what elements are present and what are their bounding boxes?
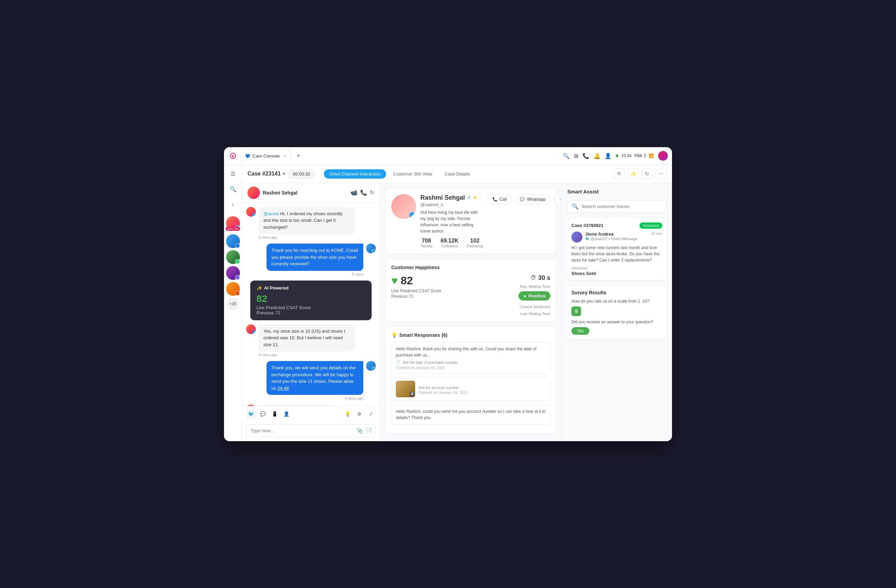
msg-text: @acme Hi, I ordered my shoes recently an… bbox=[259, 207, 355, 234]
msg-bubble-out: Thank you for reaching out to ACME. Coul… bbox=[267, 243, 363, 277]
wait-time-value: 30 s bbox=[538, 274, 550, 281]
channel-twitter[interactable]: 🐦 bbox=[246, 409, 256, 419]
main-content-area: Case #23141 ▾ 00:05:32 Omni-Channel Inte… bbox=[242, 165, 672, 441]
tab-omni-channel[interactable]: Omni-Channel Interaction bbox=[324, 169, 386, 179]
call-button[interactable]: 📞 Call bbox=[487, 194, 512, 205]
ai-popup-title: ✨ AI Powered bbox=[256, 286, 366, 290]
wifi-icon: 📶 bbox=[649, 153, 654, 158]
sidebar-search-icon[interactable]: 🔍 bbox=[227, 183, 239, 196]
refresh-chat-icon[interactable]: ↻ bbox=[370, 189, 374, 196]
last-wait-label: Last Waiting Time bbox=[520, 311, 550, 316]
channel-tabs: 🐦 💬 📱 👤 💡 ⚙ ⤢ bbox=[242, 406, 380, 421]
profile-handle: @rashmi_s bbox=[421, 202, 483, 207]
right-panel: Smart Assist 🔍 Case #3784921 Resolved bbox=[561, 183, 672, 441]
active-chat-avatar[interactable]: 10m 32s bbox=[226, 216, 240, 230]
action-more-icon[interactable]: ⋯ bbox=[655, 168, 666, 179]
tweets-count: 708 bbox=[421, 238, 433, 244]
browser-search-icon[interactable]: 🔍 bbox=[563, 153, 570, 159]
user-avatar[interactable] bbox=[658, 151, 668, 161]
whatsapp-button[interactable]: 💬 Whatsapp bbox=[515, 194, 551, 205]
response-date-1: Created on January 18, 2021 bbox=[396, 366, 546, 370]
voice-call-icon[interactable]: 📞 bbox=[360, 189, 367, 196]
email-button[interactable]: ✉️ Email bbox=[554, 194, 561, 205]
browser-chrome: 💙 Care Console ✕ + 🔍 ⊞ 📞 🔔 👤 15:34 PBK 3… bbox=[224, 147, 672, 165]
case-timer: 00:05:32 bbox=[289, 170, 314, 178]
message-row: Thank you for reaching out to ACME. Coul… bbox=[246, 243, 376, 277]
response-item-2[interactable]: 🖼 Ask for account number Created on Janu… bbox=[391, 377, 550, 401]
profile-card: 🐦 Rashmi Sehgal ✓ ★ @rashmi_s Out here l… bbox=[386, 188, 556, 254]
channel-facebook[interactable]: 👤 bbox=[281, 409, 291, 419]
happiness-previous: Previous 72 bbox=[391, 294, 513, 299]
clock-icon: ⏱ bbox=[530, 275, 536, 281]
tab-close-button[interactable]: ✕ bbox=[283, 154, 286, 158]
tweets-stat: 708 Tweets bbox=[421, 238, 433, 248]
profile-actions: 📞 Call 💬 Whatsapp ✉️ Email bbox=[487, 194, 561, 205]
browser-right-controls: 🔍 ⊞ 📞 🔔 👤 15:34 PBK 3 📶 bbox=[563, 151, 668, 161]
channel-whatsapp[interactable]: 📱 bbox=[270, 409, 279, 419]
chat-agent-name: Rashmi Sehgal bbox=[263, 190, 297, 196]
conv-avatar-3[interactable] bbox=[226, 266, 240, 280]
happiness-left: ♥ 82 Live Predicted CSAT Score Previous … bbox=[391, 274, 513, 316]
sentiment-dot-icon: ● bbox=[523, 293, 526, 298]
conv-avatar-2[interactable] bbox=[226, 250, 240, 264]
conv-avatar-1[interactable] bbox=[226, 234, 240, 248]
case-tags: Hardware Shoes Sold bbox=[571, 266, 662, 276]
happiness-score: ♥ 82 bbox=[391, 274, 513, 287]
chat-tool-2[interactable]: ⚙ bbox=[354, 409, 364, 419]
smart-responses-card: 💡 Smart Responses (6) Hello Rashmi, than… bbox=[386, 327, 556, 434]
response-meta-2: Ask for account number bbox=[419, 386, 468, 390]
customer-happiness-card: Customer Happiness ♥ 82 Live Predicted C… bbox=[386, 259, 556, 321]
case-dropdown-icon[interactable]: ▾ bbox=[283, 171, 285, 176]
survey-title: Survey Results bbox=[571, 290, 662, 295]
response-meta-1: 📄 Ask for date of purchase number bbox=[396, 360, 546, 365]
happiness-title: Customer Happiness bbox=[391, 264, 550, 270]
survey-answer: Yes bbox=[571, 327, 590, 335]
browser-grid-icon[interactable]: ⊞ bbox=[574, 153, 578, 159]
smart-assist-search[interactable]: 🔍 bbox=[567, 200, 666, 213]
action-magic-icon[interactable]: ✨ bbox=[628, 168, 639, 179]
video-call-icon[interactable]: 📹 bbox=[350, 189, 357, 196]
template-icon[interactable]: 📄 bbox=[366, 427, 372, 434]
browser-phone-icon[interactable]: 📞 bbox=[582, 153, 590, 159]
chat-tool-3[interactable]: ⤢ bbox=[366, 409, 376, 419]
followers-stat: 69.12K Followers bbox=[441, 238, 459, 248]
conv-avatar-4[interactable] bbox=[226, 282, 240, 296]
tab-customer-360[interactable]: Customer 360 View bbox=[387, 169, 437, 179]
conv-2-channel-badge bbox=[235, 259, 240, 264]
mention: @acme bbox=[264, 211, 279, 216]
verified-icon: ✓ bbox=[467, 195, 471, 201]
browser-user-icon[interactable]: 👤 bbox=[605, 153, 611, 159]
tab-case-details[interactable]: Case Details bbox=[439, 169, 475, 179]
case-tag-label: Hardware bbox=[571, 266, 662, 270]
message-row: @acme Hi, I ordered my shoes recently an… bbox=[246, 207, 376, 240]
care-console-tab[interactable]: 💙 Care Console ✕ bbox=[241, 150, 291, 162]
action-export-icon[interactable]: ⇱ bbox=[614, 168, 625, 179]
msg-avatar bbox=[246, 324, 256, 334]
tweets-label: Tweets bbox=[421, 244, 433, 248]
browser-bell-icon[interactable]: 🔔 bbox=[594, 153, 600, 159]
search-input[interactable] bbox=[581, 204, 662, 209]
survey-score: 9 bbox=[571, 307, 581, 316]
case-time: 13 min bbox=[651, 231, 662, 236]
bulb-icon: 💡 bbox=[391, 332, 397, 338]
new-tab-button[interactable]: + bbox=[294, 151, 303, 161]
app-screen: 💙 Care Console ✕ + 🔍 ⊞ 📞 🔔 👤 15:34 PBK 3… bbox=[224, 147, 672, 441]
happiness-csat-label: Live Predicted CSAT Score bbox=[391, 289, 513, 293]
action-refresh-icon[interactable]: ↻ bbox=[642, 168, 653, 179]
following-stat: 102 Following bbox=[467, 238, 483, 248]
app-logo bbox=[228, 151, 238, 161]
channel-message[interactable]: 💬 bbox=[258, 409, 268, 419]
msg-channel-badge bbox=[252, 331, 256, 334]
msg-bubble-out: Thank you, we will send you details on t… bbox=[267, 361, 363, 400]
conversation-list: +20 bbox=[226, 234, 240, 310]
attach-icon[interactable]: 📎 bbox=[357, 427, 363, 434]
ai-sparkle-icon: ✨ bbox=[256, 286, 262, 290]
response-item-1[interactable]: Hello Rashmi, thank you for sharing this… bbox=[391, 342, 550, 374]
chat-tool-1[interactable]: 💡 bbox=[343, 409, 352, 419]
search-icon: 🔍 bbox=[572, 203, 579, 210]
sidebar-menu-icon[interactable]: ☰ bbox=[227, 168, 239, 180]
sidebar-chevron-icon[interactable]: › bbox=[227, 198, 239, 211]
case-agent-handle: 🐦 @jioan23 • Direct Message bbox=[585, 237, 637, 241]
response-item-3[interactable]: Hello Rashmi, could you send me you acco… bbox=[391, 404, 550, 425]
more-conversations-badge[interactable]: +20 bbox=[227, 298, 239, 310]
